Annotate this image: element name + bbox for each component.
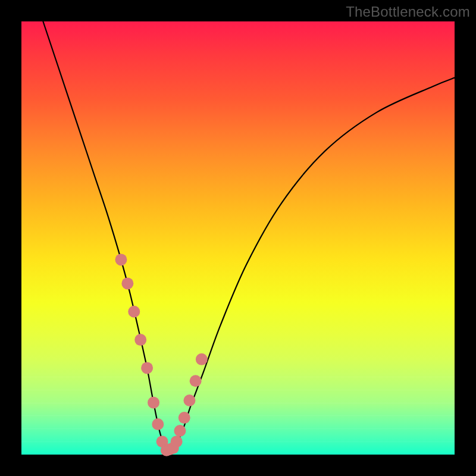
curve-marker xyxy=(183,394,195,406)
curve-marker xyxy=(174,425,186,437)
curve-marker xyxy=(128,306,140,318)
chart-frame: TheBottleneck.com xyxy=(0,0,476,476)
curve-marker xyxy=(178,412,190,424)
curve-marker xyxy=(190,375,202,387)
bottleneck-curve xyxy=(21,21,455,455)
curve-marker xyxy=(171,436,183,447)
curve-marker xyxy=(196,353,208,365)
curve-marker xyxy=(141,362,153,374)
curve-marker xyxy=(121,277,133,289)
curve-marker xyxy=(152,418,164,430)
curve-marker xyxy=(134,334,146,346)
marker-group xyxy=(115,253,207,456)
plot-area xyxy=(21,21,455,455)
curve-marker xyxy=(148,397,159,409)
curve-marker xyxy=(115,253,127,265)
watermark-text: TheBottleneck.com xyxy=(346,4,470,20)
